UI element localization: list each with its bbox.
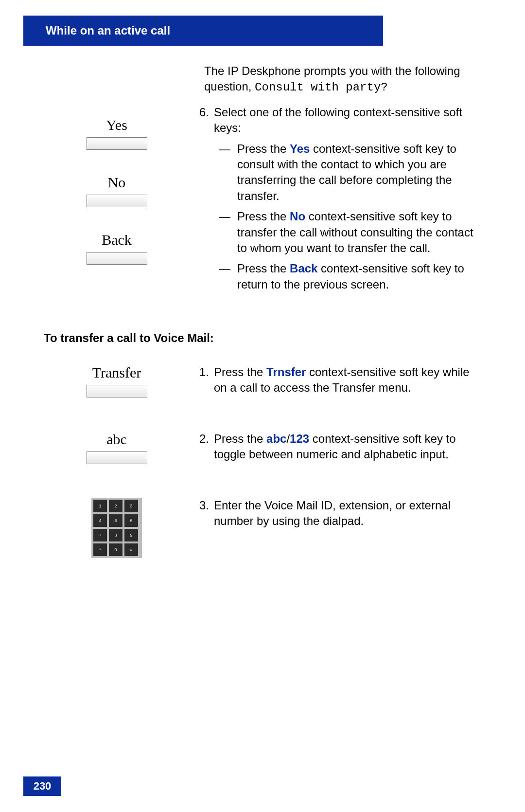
softkey-label: Yes [106, 117, 127, 133]
bullet-text: Press the Yes context-sensitive soft key… [237, 141, 481, 204]
dialpad-key: 2 [109, 500, 122, 512]
vm-right: 3. Enter the Voice Mail ID, extension, o… [190, 498, 481, 535]
step-number: 2. [190, 431, 214, 463]
numbered-step-2: 2. Press the abc/123 context-sensitive s… [190, 431, 481, 463]
step-number: 1. [190, 364, 214, 396]
softkey-abc: abc [87, 431, 147, 464]
dialpad-key: 3 [124, 500, 138, 512]
bullet-yes: — Press the Yes context-sensitive soft k… [219, 141, 481, 204]
vm-left: abc [44, 431, 190, 464]
t: Press the [214, 365, 266, 379]
page-root: While on an active call Yes No Back [0, 0, 525, 812]
keyword-yes: Yes [290, 142, 310, 155]
keyword-abc: abc [266, 432, 286, 445]
section-header-title: While on an active call [46, 24, 170, 37]
step-number: 6. [190, 105, 214, 297]
t: Press the [237, 142, 290, 155]
softkey-button-icon [87, 385, 147, 397]
step-number: 3. [190, 498, 214, 529]
softkey-back: Back [87, 232, 147, 265]
vm-right: 1. Press the Trnsfer context-sensitive s… [190, 364, 481, 402]
step6-block: Yes No Back The IP Deskphone prompts you… [44, 63, 481, 303]
vm-step-2: abc 2. Press the abc/123 context-sensiti… [44, 431, 481, 469]
softkey-label: No [108, 174, 126, 191]
step-body: Press the Trnsfer context-sensitive soft… [214, 364, 481, 396]
softkey-label: Back [102, 232, 132, 248]
vm-step-1: Transfer 1. Press the Trnsfer context-se… [44, 364, 481, 402]
vm-step-3: 1 2 3 4 5 6 7 8 9 * 0 # 3. Enter the V [44, 498, 481, 558]
dialpad-key: 6 [124, 514, 138, 527]
dialpad-key: 8 [109, 529, 122, 541]
bullet-text: Press the No context-sensitive soft key … [237, 209, 481, 256]
step-body: Enter the Voice Mail ID, extension, or e… [214, 498, 481, 529]
t: Press the [214, 432, 266, 445]
dialpad-icon: 1 2 3 4 5 6 7 8 9 * 0 # [91, 498, 142, 558]
softkey-button-icon [87, 137, 147, 150]
step6-text: The IP Deskphone prompts you with the fo… [190, 63, 481, 303]
keyword-no: No [290, 210, 305, 223]
softkey-button-icon [87, 451, 147, 464]
softkey-label: abc [106, 431, 127, 448]
keyword-trnsfer: Trnsfer [266, 365, 306, 379]
keyword-back: Back [290, 262, 317, 275]
bullet-back: — Press the Back context-sensitive soft … [219, 261, 481, 292]
vm-right: 2. Press the abc/123 context-sensitive s… [190, 431, 481, 469]
page-number: 230 [23, 776, 61, 796]
bullet-text: Press the Back context-sensitive soft ke… [237, 261, 481, 292]
vm-left: 1 2 3 4 5 6 7 8 9 * 0 # [44, 498, 190, 558]
intro-paragraph: The IP Deskphone prompts you with the fo… [204, 63, 481, 96]
dialpad-key: 1 [93, 500, 107, 512]
intro-mono: Consult with party? [255, 81, 388, 94]
softkey-button-icon [87, 195, 147, 207]
dialpad-key: 4 [93, 514, 107, 527]
content-area: Yes No Back The IP Deskphone prompts you… [44, 63, 481, 587]
t: Press the [237, 210, 290, 223]
dash-icon: — [219, 261, 237, 292]
dialpad-key: # [124, 543, 138, 556]
section-title-voicemail: To transfer a call to Voice Mail: [44, 331, 481, 345]
softkey-transfer: Transfer [87, 364, 147, 397]
t: Press the [237, 262, 290, 275]
dialpad-key: 9 [124, 529, 138, 541]
step-body: Press the abc/123 context-sensitive soft… [214, 431, 481, 463]
section-header: While on an active call [23, 16, 383, 46]
dash-icon: — [219, 141, 237, 204]
dialpad-key: * [93, 543, 107, 556]
softkey-no: No [87, 174, 147, 207]
keyword-123: 123 [290, 432, 309, 445]
dialpad-key: 7 [93, 529, 107, 541]
step-body: Select one of the following context-sens… [214, 105, 481, 297]
bullet-no: — Press the No context-sensitive soft ke… [219, 209, 481, 256]
numbered-step-1: 1. Press the Trnsfer context-sensitive s… [190, 364, 481, 396]
numbered-step-3: 3. Enter the Voice Mail ID, extension, o… [190, 498, 481, 529]
dialpad-key: 0 [109, 543, 122, 556]
step6-lead: Select one of the following context-sens… [214, 105, 481, 136]
softkey-button-icon [87, 252, 147, 265]
page-number-text: 230 [34, 780, 52, 793]
numbered-step-6: 6. Select one of the following context-s… [190, 105, 481, 297]
vm-left: Transfer [44, 364, 190, 397]
softkey-yes: Yes [87, 117, 147, 150]
softkey-label: Transfer [92, 364, 141, 381]
softkey-column: Yes No Back [44, 63, 190, 289]
dialpad-key: 5 [109, 514, 122, 527]
dash-icon: — [219, 209, 237, 256]
